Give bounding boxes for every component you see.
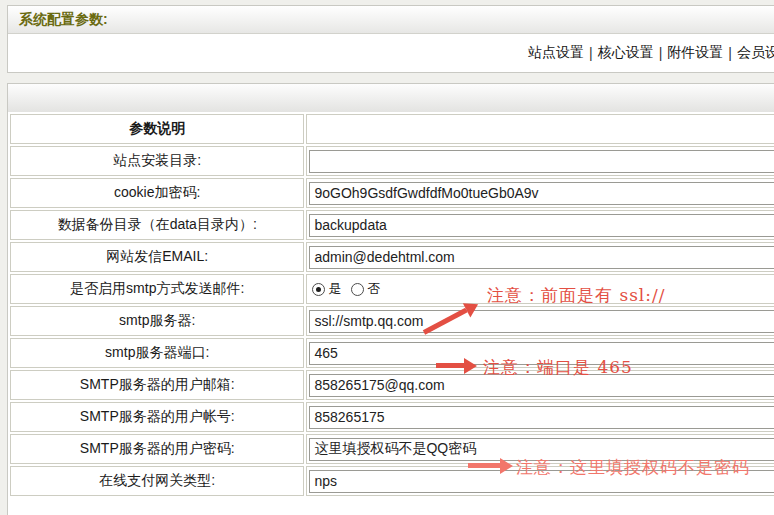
nav-separator: | <box>654 45 668 61</box>
table-header-label: 参数说明 <box>10 114 304 144</box>
param-label: cookie加密码: <box>10 178 304 208</box>
nav-separator: | <box>723 45 737 61</box>
config-row: SMTP服务器的用户帐号: <box>10 402 774 432</box>
config-row: cookie加密码: <box>10 178 774 208</box>
nav-link[interactable]: 核心设置 <box>598 44 654 62</box>
param-value-cell <box>306 210 774 240</box>
param-label: 站点安装目录: <box>10 146 304 176</box>
table-header-row: 参数说明 <box>10 114 774 144</box>
config-row: smtp服务器端口: <box>10 338 774 368</box>
nav-link[interactable]: 会员设置 <box>737 44 774 62</box>
param-value-cell <box>306 402 774 432</box>
table-header-value-cell <box>306 114 774 144</box>
param-value-cell <box>306 242 774 272</box>
header-box: 系统配置参数: 站点设置|核心设置|附件设置|会员设置 <box>7 5 774 73</box>
page-title: 系统配置参数: <box>19 11 108 29</box>
param-input[interactable] <box>309 406 774 429</box>
config-row: 站点安装目录: <box>10 146 774 176</box>
annotation-password-note: 注意：这里填授权码不是密码 <box>516 456 750 479</box>
param-input[interactable] <box>309 182 774 205</box>
nav-links: 站点设置|核心设置|附件设置|会员设置 <box>528 34 774 72</box>
annotation-arrow-port <box>436 363 464 368</box>
param-label: SMTP服务器的用户帐号: <box>10 402 304 432</box>
param-label: SMTP服务器的用户邮箱: <box>10 370 304 400</box>
param-value-cell <box>306 178 774 208</box>
param-label: 是否启用smtp方式发送邮件: <box>10 274 304 304</box>
nav-separator: | <box>584 45 598 61</box>
radio-yes[interactable] <box>312 283 325 296</box>
config-row: smtp服务器: <box>10 306 774 336</box>
annotation-arrow-password <box>468 463 500 468</box>
radio-no[interactable] <box>351 283 364 296</box>
param-label: smtp服务器: <box>10 306 304 336</box>
param-label: SMTP服务器的用户密码: <box>10 434 304 464</box>
config-row: 数据备份目录（在data目录内）: <box>10 210 774 240</box>
nav-link[interactable]: 附件设置 <box>667 44 723 62</box>
param-input[interactable] <box>309 310 774 333</box>
param-input[interactable] <box>309 150 774 173</box>
param-label: 网站发信EMAIL: <box>10 242 304 272</box>
radio-option-no[interactable]: 否 <box>351 280 380 298</box>
table-top-strip <box>8 84 774 112</box>
param-label: 数据备份目录（在data目录内）: <box>10 210 304 240</box>
annotation-ssl-note: 注意：前面是有 ssl:// <box>487 284 665 307</box>
nav-link[interactable]: 站点设置 <box>528 44 584 62</box>
settings-nav: 站点设置|核心设置|附件设置|会员设置 <box>8 34 774 72</box>
param-input[interactable] <box>309 246 774 269</box>
config-row: SMTP服务器的用户邮箱: <box>10 370 774 400</box>
config-row: 网站发信EMAIL: <box>10 242 774 272</box>
param-input[interactable] <box>309 214 774 237</box>
param-label: 在线支付网关类型: <box>10 466 304 496</box>
param-value-cell <box>306 146 774 176</box>
annotation-port-note: 注意：端口是 465 <box>483 356 633 379</box>
param-value-cell <box>306 306 774 336</box>
page-title-bar: 系统配置参数: <box>8 6 774 34</box>
param-label: smtp服务器端口: <box>10 338 304 368</box>
radio-option-yes[interactable]: 是 <box>312 280 341 298</box>
